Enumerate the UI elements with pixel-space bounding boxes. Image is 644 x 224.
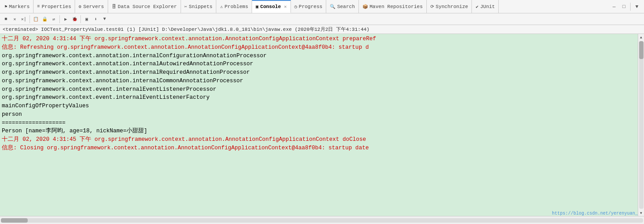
maximize-button[interactable]: □	[619, 2, 628, 11]
junit-icon: ✔	[476, 4, 478, 9]
console-line: org.springframework.context.event.intern…	[2, 93, 636, 102]
console-line: org.springframework.context.event.intern…	[2, 85, 636, 94]
toolbar-separator-4	[80, 15, 81, 23]
search-icon: 🔍	[330, 4, 335, 9]
console-line: org.springframework.context.annotation.i…	[2, 60, 636, 68]
tab-synchronize-label: Synchronize	[436, 4, 468, 9]
tab-problems[interactable]: ⚠ Problems	[216, 0, 252, 13]
tab-bar-controls: — □ ▼	[610, 2, 643, 11]
console-line: 信息: Closing org.springframework.context.…	[2, 144, 636, 152]
console-line: org.springframework.context.annotation.i…	[2, 68, 636, 77]
scroll-up-arrow[interactable]: ▲	[638, 34, 644, 40]
word-wrap-button[interactable]: ⇌	[50, 15, 58, 23]
tab-problems-label: Problems	[224, 4, 248, 9]
scroll-thumb-v[interactable]	[639, 41, 644, 59]
tab-search[interactable]: 🔍 Search	[326, 0, 359, 13]
tab-bar-left: ⚑ Markers ≡ Properties ⚙ Servers 🗄 Data …	[1, 0, 610, 13]
console-line: Person [name=李阿昀, age=18, nickName=小甜甜]	[2, 127, 636, 135]
tab-search-label: Search	[337, 4, 355, 9]
scroll-track-v[interactable]	[639, 41, 644, 209]
toolbar-separator-3	[59, 15, 60, 23]
maven-icon: 📦	[362, 4, 368, 9]
console-line: 信息: Refreshing org.springframework.conte…	[2, 43, 636, 52]
tab-maven-repositories[interactable]: 📦 Maven Repositories	[359, 0, 427, 13]
tab-servers-label: Servers	[83, 4, 104, 9]
tab-markers-label: Markers	[9, 4, 29, 9]
problems-icon: ⚠	[220, 4, 223, 9]
footer-link[interactable]: https://blog.csdn.net/yerenyuan_	[552, 211, 638, 216]
console-line: org.springframework.context.annotation.i…	[2, 77, 636, 85]
console-line: 十二月 02, 2020 4:31:45 下午 org.springframew…	[2, 135, 636, 144]
open-console-button[interactable]: ▣	[83, 15, 91, 23]
run-button[interactable]: ▶	[62, 15, 70, 23]
tab-console-label: Console	[260, 4, 281, 9]
vertical-scrollbar[interactable]: ▲ ▼	[638, 34, 644, 216]
scroll-down-arrow[interactable]: ▼	[638, 210, 644, 216]
tab-data-source-label: Data Source Explorer	[118, 4, 177, 9]
tab-properties-label: Properties	[42, 4, 71, 9]
remove-button[interactable]: ✕	[11, 15, 19, 23]
tab-bar: ⚑ Markers ≡ Properties ⚙ Servers 🗄 Data …	[0, 0, 644, 13]
properties-icon: ≡	[37, 4, 40, 9]
progress-icon: ◷	[295, 4, 297, 9]
debug-button[interactable]: 🐞	[71, 15, 79, 23]
tab-maven-label: Maven Repositories	[370, 4, 423, 9]
console-line: ===================	[2, 119, 636, 127]
tab-progress[interactable]: ◷ Progress	[291, 0, 327, 13]
synchronize-icon: ⟳	[430, 4, 434, 9]
toolbar-separator-1	[630, 3, 631, 11]
tab-servers[interactable]: ⚙ Servers	[75, 0, 108, 13]
toolbar-separator-2	[29, 15, 30, 23]
horizontal-scrollbar[interactable]	[0, 216, 644, 224]
tab-junit-label: JUnit	[480, 4, 495, 9]
console-line: 十二月 02, 2020 4:31:44 下午 org.springframew…	[2, 35, 636, 43]
tab-markers[interactable]: ⚑ Markers	[1, 0, 34, 13]
eclipse-ide: ⚑ Markers ≡ Properties ⚙ Servers 🗄 Data …	[0, 0, 644, 224]
stop-button[interactable]: ■	[2, 15, 10, 23]
minimize-button[interactable]: —	[610, 2, 619, 11]
console-status-bar: <terminated> IOCTest_PropertyValue.test0…	[0, 25, 644, 34]
tab-properties[interactable]: ≡ Properties	[34, 0, 75, 13]
tab-snippets[interactable]: ✂ Snippets	[181, 0, 217, 13]
scroll-thumb-h[interactable]	[1, 218, 28, 223]
console-icon: ▣	[256, 4, 258, 9]
console-line: org.springframework.context.annotation.i…	[2, 52, 636, 60]
view-options-button[interactable]: ▼	[101, 15, 109, 23]
markers-icon: ⚑	[4, 4, 7, 9]
console-options-button[interactable]: ⬇	[92, 15, 100, 23]
tab-console[interactable]: ▣ Console ✕	[252, 0, 290, 13]
tab-junit[interactable]: ✔ JUnit	[472, 0, 499, 13]
servers-icon: ⚙	[79, 4, 81, 9]
remove-all-button[interactable]: ✕|	[20, 15, 28, 23]
status-text: <terminated> IOCTest_PropertyValue.test0…	[3, 26, 370, 33]
console-line: mainConfigOfPropertyValues	[2, 102, 636, 110]
view-menu-button[interactable]: ▼	[632, 2, 641, 11]
snippets-icon: ✂	[185, 4, 187, 9]
data-source-icon: 🗄	[112, 4, 116, 9]
tab-snippets-label: Snippets	[189, 4, 213, 9]
scroll-lock-button[interactable]: 🔒	[41, 15, 49, 23]
scroll-track-h[interactable]	[1, 218, 643, 223]
tab-progress-label: Progress	[299, 4, 323, 9]
clear-console-button[interactable]: 📋	[32, 15, 40, 23]
console-output[interactable]: 十二月 02, 2020 4:31:44 下午 org.springframew…	[0, 34, 638, 216]
tab-data-source-explorer[interactable]: 🗄 Data Source Explorer	[108, 0, 181, 13]
console-toolbar: ■ ✕ ✕| 📋 🔒 ⇌ ▶ 🐞 ▣ ⬇ ▼	[0, 13, 644, 25]
console-line: person	[2, 110, 636, 119]
console-area-wrapper: 十二月 02, 2020 4:31:44 下午 org.springframew…	[0, 34, 644, 216]
tab-synchronize[interactable]: ⟳ Synchronize	[427, 0, 472, 13]
console-close-icon[interactable]: ✕	[284, 4, 287, 9]
